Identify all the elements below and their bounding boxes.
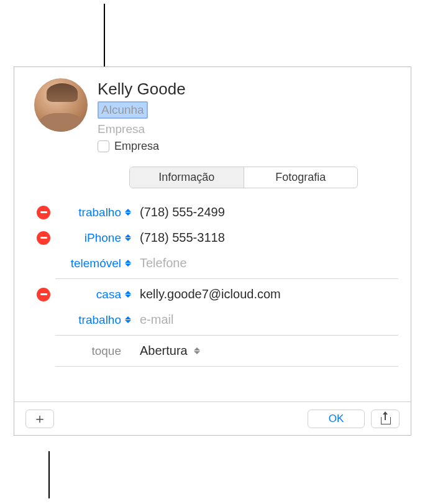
phone-row: iPhone (718) 555-3118: [37, 225, 398, 250]
field-label-select[interactable]: trabalho: [55, 206, 121, 219]
delete-icon[interactable]: [37, 288, 50, 301]
company-checkbox-row: Empresa: [98, 140, 398, 153]
phone-value[interactable]: (718) 555-3118: [140, 231, 398, 245]
company-input[interactable]: Empresa: [98, 122, 398, 136]
contact-card: Kelly Goode Alcunha Empresa Empresa Info…: [14, 66, 411, 436]
card-header: Kelly Goode Alcunha Empresa Empresa: [14, 67, 411, 159]
name-block: Kelly Goode Alcunha Empresa Empresa: [98, 78, 398, 153]
company-checkbox[interactable]: [98, 140, 109, 152]
plus-icon: ＋: [33, 410, 47, 428]
phone-placeholder[interactable]: Telefone: [140, 256, 398, 270]
ringtone-value: Abertura: [140, 344, 188, 358]
share-icon: [381, 413, 390, 424]
avatar[interactable]: [34, 78, 88, 132]
chevron-updown-icon[interactable]: [124, 234, 132, 241]
divider: [55, 335, 398, 336]
email-row: casa kelly.goode7@icloud.com: [37, 282, 398, 307]
delete-icon[interactable]: [37, 231, 50, 245]
tab-bar: Informação Fotografia: [129, 167, 358, 188]
divider: [55, 278, 398, 279]
footer-toolbar: ＋ OK: [14, 401, 411, 435]
email-value[interactable]: kelly.goode7@icloud.com: [140, 287, 398, 301]
ok-button[interactable]: OK: [308, 410, 365, 428]
ringtone-row: toque Abertura: [37, 338, 398, 364]
company-checkbox-label: Empresa: [114, 140, 159, 153]
add-field-button[interactable]: ＋: [25, 410, 54, 428]
chevron-updown-icon[interactable]: [124, 316, 132, 323]
ringtone-label: toque: [55, 344, 121, 358]
chevron-updown-icon[interactable]: [124, 260, 132, 267]
divider: [55, 366, 398, 367]
field-label-select[interactable]: iPhone: [55, 231, 121, 245]
field-label-select[interactable]: trabalho: [55, 313, 121, 327]
ringtone-select[interactable]: Abertura: [140, 344, 209, 358]
chevron-updown-icon[interactable]: [124, 291, 132, 298]
phone-row: telemóvel Telefone: [37, 250, 398, 276]
contact-name[interactable]: Kelly Goode: [98, 80, 398, 99]
email-row: trabalho e-mail: [37, 307, 398, 332]
field-label-select[interactable]: casa: [55, 288, 121, 301]
delete-icon[interactable]: [37, 206, 50, 219]
email-placeholder[interactable]: e-mail: [140, 313, 398, 327]
nickname-input[interactable]: Alcunha: [98, 101, 148, 119]
callout-line-bottom: [48, 451, 50, 498]
phone-value[interactable]: (718) 555-2499: [140, 205, 398, 219]
share-button[interactable]: [371, 410, 400, 428]
chevron-updown-icon: [193, 347, 201, 354]
fields-container: trabalho (718) 555-2499 iPhone (718) 555…: [14, 199, 411, 367]
phone-row: trabalho (718) 555-2499: [37, 199, 398, 225]
chevron-updown-icon[interactable]: [124, 209, 132, 216]
field-label-select[interactable]: telemóvel: [55, 257, 121, 270]
tab-photo[interactable]: Fotografia: [244, 167, 358, 188]
tab-info[interactable]: Informação: [130, 167, 244, 188]
